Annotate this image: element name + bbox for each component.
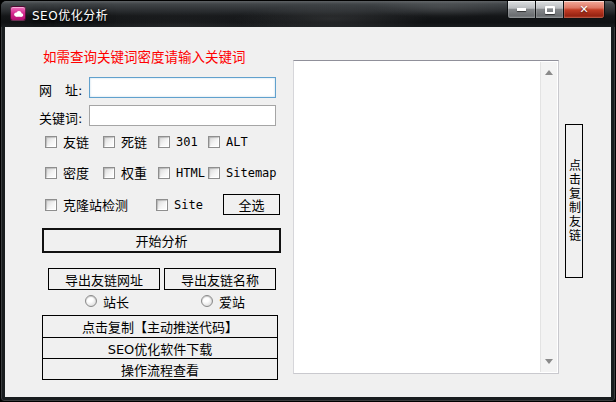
checkbox-icon[interactable] <box>156 199 168 211</box>
select-all-button[interactable]: 全选 <box>223 194 280 215</box>
radio-icon[interactable] <box>201 295 213 307</box>
checkbox-density[interactable]: 密度 <box>45 165 89 180</box>
close-icon: ✕ <box>579 4 588 15</box>
hint-text: 如需查询关键词密度请输入关键词 <box>43 46 246 66</box>
start-analysis-button[interactable]: 开始分析 <box>42 228 281 253</box>
output-scrollbar[interactable] <box>540 62 557 372</box>
view-process-button[interactable]: 操作流程查看 <box>43 358 277 379</box>
checkbox-weight[interactable]: 权重 <box>103 165 147 180</box>
radio-label: 爱站 <box>219 292 245 311</box>
checkbox-icon[interactable] <box>103 136 115 148</box>
checkbox-icon[interactable] <box>208 136 220 148</box>
window-controls: ✕ <box>507 1 605 19</box>
minimize-button[interactable] <box>507 1 536 19</box>
maximize-icon <box>545 6 555 14</box>
checkbox-icon[interactable] <box>103 167 115 179</box>
checkbox-icon[interactable] <box>158 136 170 148</box>
checkbox-icon[interactable] <box>208 167 220 179</box>
export-link-urls-button[interactable]: 导出友链网址 <box>48 268 160 290</box>
checkbox-label: 友链 <box>63 132 89 151</box>
export-link-names-button[interactable]: 导出友链名称 <box>164 268 276 290</box>
checkbox-html[interactable]: HTML <box>158 165 205 180</box>
url-label: 网 址: <box>39 80 82 99</box>
scroll-up-icon[interactable] <box>545 70 553 75</box>
scroll-down-icon[interactable] <box>545 359 553 364</box>
radio-aizhan[interactable]: 爱站 <box>201 294 245 308</box>
checkbox-friend-links[interactable]: 友链 <box>45 134 89 149</box>
radio-chinaz[interactable]: 站长 <box>85 294 129 308</box>
bottom-button-stack: 点击复制【主动推送代码】 SEO优化软件下载 操作流程查看 <box>42 315 278 380</box>
maximize-button[interactable] <box>536 1 564 19</box>
checkbox-icon[interactable] <box>158 167 170 179</box>
checkbox-301[interactable]: 301 <box>158 134 198 149</box>
checkbox-sitemap[interactable]: Sitemap <box>208 165 277 180</box>
app-window: SEO优化分析 ✕ 如需查询关键词密度请输入关键词 网 址: 关键词: 友链 死… <box>0 0 616 402</box>
title-bar[interactable]: SEO优化分析 ✕ <box>1 1 615 27</box>
keyword-input[interactable] <box>89 105 276 126</box>
app-icon <box>10 6 26 21</box>
minimize-icon <box>517 8 526 11</box>
checkbox-label: 死链 <box>121 132 147 151</box>
radio-icon[interactable] <box>85 295 97 307</box>
checkbox-label: 301 <box>176 135 198 149</box>
checkbox-label: ALT <box>226 135 248 149</box>
checkbox-icon[interactable] <box>45 136 57 148</box>
checkbox-alt[interactable]: ALT <box>208 134 248 149</box>
checkbox-site[interactable]: Site <box>156 197 203 212</box>
radio-label: 站长 <box>103 292 129 311</box>
checkbox-clone-detect[interactable]: 克隆站检测 <box>45 197 128 212</box>
checkbox-dead-links[interactable]: 死链 <box>103 134 147 149</box>
checkbox-label: 密度 <box>63 163 89 182</box>
url-input[interactable] <box>89 77 276 98</box>
checkbox-icon[interactable] <box>45 199 57 211</box>
checkbox-label: 克隆站检测 <box>63 195 128 214</box>
checkbox-icon[interactable] <box>45 167 57 179</box>
copy-push-code-button[interactable]: 点击复制【主动推送代码】 <box>43 316 277 337</box>
seo-software-download-button[interactable]: SEO优化软件下载 <box>43 337 277 358</box>
checkbox-label: Site <box>174 198 203 212</box>
window-title: SEO优化分析 <box>32 6 108 23</box>
close-button[interactable]: ✕ <box>564 1 605 19</box>
checkbox-label: 权重 <box>121 163 147 182</box>
keyword-label: 关键词: <box>39 108 82 127</box>
checkbox-label: Sitemap <box>226 166 277 180</box>
checkbox-label: HTML <box>176 166 205 180</box>
output-area[interactable] <box>293 60 559 374</box>
client-area: 如需查询关键词密度请输入关键词 网 址: 关键词: 友链 死链 301 ALT … <box>5 27 611 397</box>
copy-links-label: 点击复制友链 <box>566 159 583 243</box>
copy-links-button[interactable]: 点击复制友链 <box>565 124 583 278</box>
